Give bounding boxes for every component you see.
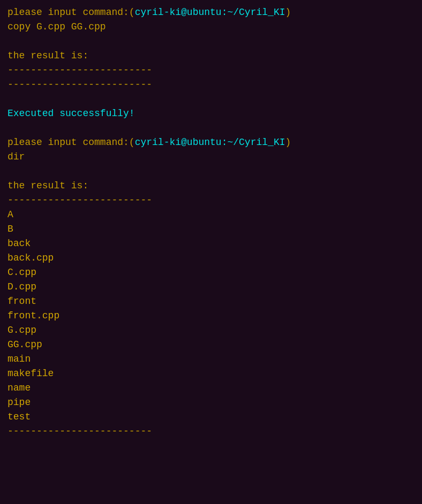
file-item-name: name	[7, 381, 415, 395]
prompt-prefix-1: please input command:(	[7, 5, 135, 20]
file-item-test: test	[7, 410, 415, 424]
prompt-suffix-1: )	[285, 5, 291, 20]
blank-3	[7, 121, 415, 135]
terminal-window: please input command:(cyril-ki@ubuntu:~/…	[7, 5, 415, 439]
user-host-1: cyril-ki@ubuntu:~/Cyril_KI	[135, 5, 285, 20]
prompt-prefix-2: please input command:(	[7, 135, 135, 150]
file-item-back: back	[7, 236, 415, 251]
file-item-G-cpp: G.cpp	[7, 323, 415, 338]
file-item-B: B	[7, 222, 415, 236]
divider-1b: -------------------------	[7, 78, 415, 92]
file-item-back-cpp: back.cpp	[7, 251, 415, 265]
file-item-makefile: makefile	[7, 366, 415, 381]
terminal-block-1: please input command:(cyril-ki@ubuntu:~/…	[7, 5, 415, 135]
user-host-2: cyril-ki@ubuntu:~/Cyril_KI	[135, 135, 285, 150]
blank-1	[7, 34, 415, 49]
file-item-front-cpp: front.cpp	[7, 309, 415, 323]
command-line-2: dir	[7, 150, 415, 164]
divider-2b: -------------------------	[7, 424, 415, 439]
file-item-C-cpp: C.cpp	[7, 265, 415, 280]
file-item-A: A	[7, 208, 415, 222]
file-item-main: main	[7, 352, 415, 366]
prompt-suffix-2: )	[285, 135, 291, 150]
prompt-line-1[interactable]: please input command:(cyril-ki@ubuntu:~/…	[7, 5, 415, 20]
success-message: Executed successfully!	[7, 106, 415, 121]
divider-2a: -------------------------	[7, 193, 415, 208]
file-item-D-cpp: D.cpp	[7, 280, 415, 294]
file-item-front: front	[7, 294, 415, 309]
blank-2	[7, 92, 415, 106]
prompt-line-2[interactable]: please input command:(cyril-ki@ubuntu:~/…	[7, 135, 415, 150]
divider-1a: -------------------------	[7, 63, 415, 78]
command-line-1: copy G.cpp GG.cpp	[7, 20, 415, 34]
terminal-block-2: please input command:(cyril-ki@ubuntu:~/…	[7, 135, 415, 439]
result-header-1: the result is:	[7, 49, 415, 63]
blank-4	[7, 164, 415, 179]
result-header-2: the result is:	[7, 179, 415, 193]
file-item-GG-cpp: GG.cpp	[7, 338, 415, 352]
file-item-pipe: pipe	[7, 395, 415, 410]
